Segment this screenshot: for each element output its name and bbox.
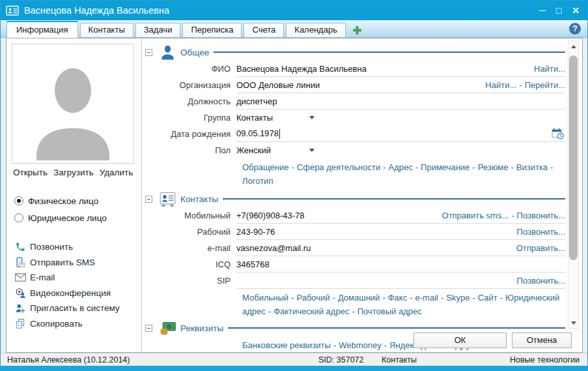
sip-field[interactable]: Позвонить... bbox=[236, 273, 565, 289]
position-field[interactable]: диспетчер bbox=[236, 93, 565, 110]
help-button[interactable]: ? bbox=[569, 23, 581, 35]
envelope-icon bbox=[14, 272, 26, 283]
field-value[interactable]: 09.05.1978 bbox=[236, 128, 279, 138]
find-link[interactable]: Найти... bbox=[485, 80, 516, 90]
call-link[interactable]: Позвонить... bbox=[517, 276, 565, 286]
field-value[interactable]: Васнецова Надежда Васильевна bbox=[236, 64, 367, 74]
status-user: Наталья Алексеева (10.12.2014) bbox=[7, 355, 130, 364]
calendar-picker-button[interactable] bbox=[551, 127, 565, 140]
send-sms-action[interactable]: Отправить SMS bbox=[14, 255, 120, 271]
scroll-up-button[interactable] bbox=[568, 41, 578, 52]
tab-calendar[interactable]: Календарь bbox=[286, 23, 346, 37]
field-value[interactable]: 243-90-76 bbox=[236, 227, 275, 237]
section-title: Общее bbox=[180, 48, 209, 57]
form-row-icq: ICQ 3465768 bbox=[145, 256, 565, 273]
contact-card-icon bbox=[6, 5, 19, 16]
form-row-fio: ФИО Васнецова Надежда Васильевна Найти..… bbox=[145, 61, 565, 77]
video-conference-action[interactable]: Видеоконференция bbox=[14, 286, 120, 301]
maximize-button[interactable]: □ bbox=[556, 1, 561, 20]
group-dropdown[interactable]: Контакты bbox=[236, 113, 315, 123]
fio-field[interactable]: Васнецова Надежда Васильевна Найти... bbox=[236, 61, 565, 77]
field-value[interactable]: +7(960)908-43-78 bbox=[236, 211, 304, 220]
goto-link[interactable]: Перейти... bbox=[525, 80, 565, 90]
bank-details-link[interactable]: Банковские реквизиты bbox=[242, 340, 331, 350]
tab-contacts[interactable]: Контакты bbox=[80, 23, 133, 37]
logo-link[interactable]: Логотип bbox=[242, 176, 273, 186]
form-row-work-phone: Рабочий 243-90-76 Позвонить... bbox=[145, 224, 565, 240]
industry-link[interactable]: Сфера деятельности bbox=[297, 162, 380, 172]
status-sid: SID: 357072 bbox=[318, 355, 364, 364]
address-link[interactable]: Адрес bbox=[389, 162, 413, 172]
contact-form: Общее ФИО Васнецова Надежда Васильевна Н… bbox=[145, 38, 565, 352]
photo-upload-link[interactable]: Загрузить bbox=[53, 168, 94, 177]
field-label: Пол bbox=[145, 145, 236, 155]
form-row-organization: Организация ООО Деловые линии Найти...-П… bbox=[145, 77, 565, 93]
work-link[interactable]: Рабочий bbox=[296, 293, 329, 303]
salutation-link[interactable]: Обращение bbox=[242, 162, 288, 172]
radio-icon[interactable] bbox=[14, 196, 23, 205]
dropdown-value: Женский bbox=[236, 145, 271, 155]
invite-user-icon bbox=[14, 303, 26, 314]
field-value[interactable]: vasnezova@mail.ru bbox=[236, 243, 311, 253]
send-email-link[interactable]: Отправить... bbox=[516, 243, 565, 253]
minimize-button[interactable]: ─ bbox=[539, 1, 546, 20]
copy-action[interactable]: Скопировать bbox=[14, 316, 120, 332]
fax-link[interactable]: Факс bbox=[388, 293, 407, 303]
invite-to-system-action[interactable]: Пригласить в систему bbox=[14, 301, 120, 316]
field-label: Рабочий bbox=[145, 227, 236, 237]
work-phone-field[interactable]: 243-90-76 Позвонить... bbox=[236, 224, 565, 240]
scroll-down-button[interactable] bbox=[568, 318, 578, 328]
gender-dropdown[interactable]: Женский bbox=[236, 145, 315, 155]
vertical-scrollbar[interactable] bbox=[568, 40, 579, 329]
ok-button[interactable]: ОК bbox=[413, 333, 507, 348]
note-link[interactable]: Примечание bbox=[421, 162, 469, 172]
organization-field[interactable]: ООО Деловые линии Найти...-Перейти... bbox=[236, 77, 565, 93]
add-tab-button[interactable] bbox=[352, 25, 362, 35]
email-field[interactable]: vasnezova@mail.ru Отправить... bbox=[236, 240, 565, 256]
field-value[interactable]: диспетчер bbox=[236, 96, 277, 106]
text-caret bbox=[279, 129, 280, 139]
close-button[interactable]: ✕ bbox=[572, 1, 580, 20]
collapse-icon[interactable] bbox=[145, 325, 152, 332]
radio-individual[interactable]: Физическое лицо bbox=[14, 192, 107, 209]
email-link[interactable]: e-mail bbox=[415, 293, 438, 303]
photo-delete-link[interactable]: Удалить bbox=[100, 168, 133, 177]
tab-correspondence[interactable]: Переписка bbox=[182, 23, 242, 37]
photo-open-link[interactable]: Открыть bbox=[13, 168, 48, 177]
radio-legal-entity[interactable]: Юридическое лицо bbox=[14, 209, 107, 226]
chevron-down-icon bbox=[309, 116, 315, 119]
collapse-icon[interactable] bbox=[145, 196, 152, 203]
birthdate-field[interactable]: 09.05.1978 bbox=[236, 126, 565, 142]
field-value[interactable]: ООО Деловые линии bbox=[236, 80, 320, 90]
mobile-field[interactable]: +7(960)908-43-78 Отправить sms...-Позвон… bbox=[236, 207, 565, 224]
webmoney-link[interactable]: Webmoney bbox=[339, 340, 382, 350]
call-link[interactable]: Позвонить... bbox=[517, 227, 565, 237]
field-label: e-mail bbox=[145, 243, 236, 253]
tab-tasks[interactable]: Задачи bbox=[135, 23, 181, 37]
skype-link[interactable]: Skype bbox=[446, 293, 469, 303]
home-link[interactable]: Домашний bbox=[338, 293, 380, 303]
cancel-button[interactable]: Отмена bbox=[512, 333, 572, 348]
postal-address-link[interactable]: Почтовый адрес bbox=[357, 306, 422, 316]
radio-icon[interactable] bbox=[14, 213, 23, 222]
mobile-link[interactable]: Мобильный bbox=[242, 293, 288, 303]
call-link[interactable]: Позвонить... bbox=[517, 211, 565, 220]
contact-card-icon bbox=[159, 190, 176, 208]
call-action[interactable]: Позвонить bbox=[14, 239, 120, 255]
tab-accounts[interactable]: Счета bbox=[244, 23, 284, 37]
find-link[interactable]: Найти... bbox=[534, 64, 565, 74]
field-value[interactable]: 3465768 bbox=[236, 260, 270, 269]
calendar-clock-icon bbox=[552, 128, 565, 140]
resume-link[interactable]: Резюме bbox=[478, 162, 509, 172]
collapse-icon[interactable] bbox=[145, 49, 152, 56]
avatar[interactable] bbox=[12, 44, 134, 164]
actual-address-link[interactable]: Фактический адрес bbox=[273, 306, 349, 316]
website-link[interactable]: Сайт bbox=[478, 293, 497, 303]
scrollbar-thumb[interactable] bbox=[569, 55, 578, 260]
section-general-header: Общее bbox=[145, 44, 565, 61]
tab-information[interactable]: Информация bbox=[7, 21, 78, 38]
business-card-link[interactable]: Визитка bbox=[516, 162, 548, 172]
icq-field[interactable]: 3465768 bbox=[236, 256, 565, 273]
send-sms-link[interactable]: Отправить sms... bbox=[442, 211, 509, 220]
email-action[interactable]: E-mail bbox=[14, 270, 120, 286]
